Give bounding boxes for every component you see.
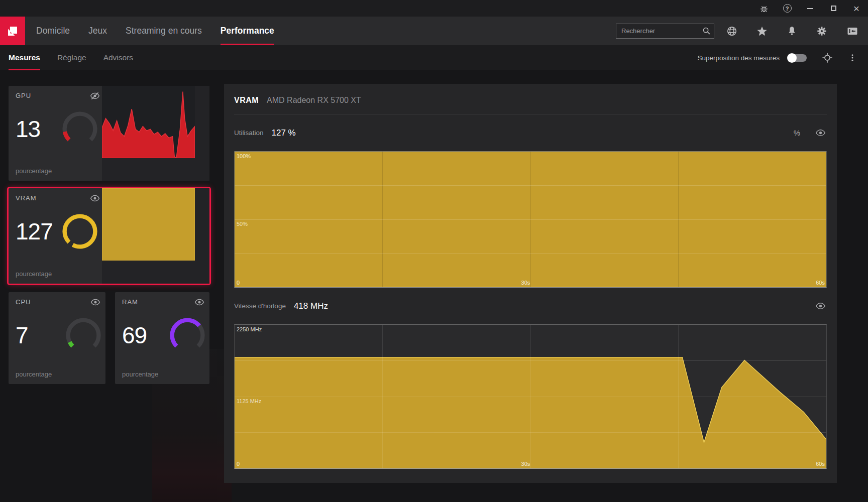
nav-item-streaming[interactable]: Streaming en cours [126,17,202,45]
close-icon: × [853,3,859,14]
cpu-value: 7 [16,324,28,347]
close-button[interactable]: × [845,0,868,17]
globe-icon[interactable] [726,26,737,37]
clock-speed-label: Vitesse d'horloge [234,302,286,310]
gpu-unit-label: pourcentage [16,167,52,175]
device-name: AMD Radeon RX 5700 XT [267,96,361,105]
eye-icon[interactable] [90,193,100,205]
panel-header: VRAM AMD Radeon RX 5700 XT [224,84,837,105]
vram-unit-label: pourcentage [16,270,52,278]
vram-detail-panel: VRAM AMD Radeon RX 5700 XT Utilisation 1… [224,84,837,483]
radeon-software-window: ? × Domicile Jeux Streaming en cours Per… [0,0,868,502]
utilisation-value: 127 % [272,128,296,138]
overlay-toggle[interactable] [788,54,807,62]
eye-icon[interactable] [815,128,826,138]
cpu-unit-label: pourcentage [16,370,52,378]
utilisation-chart: 100% 50% 0 30s 60s [234,151,827,288]
vram-value: 127 [16,220,53,243]
favorites-star-icon[interactable] [756,26,768,37]
crosshair-tracking-icon[interactable] [822,52,833,63]
ram-unit-label: pourcentage [122,370,158,378]
cpu-card-label: CPU [16,298,100,306]
cpu-card-body: CPU 7 pourcentage [9,292,105,384]
device-label: VRAM [234,96,259,105]
maximize-button[interactable] [822,0,845,17]
clock-speed-row-icons [815,301,826,311]
vram-gauge-row: 127 [16,212,99,250]
ram-card-label: RAM [122,298,204,306]
eye-icon[interactable] [194,297,204,309]
metric-card-ram[interactable]: RAM 69 pourcentage [115,292,209,384]
settings-gear-icon[interactable] [816,26,827,37]
nav-items: Domicile Jeux Streaming en cours Perform… [36,17,274,45]
metric-card-gpu[interactable]: GPU 13 pourcentage [9,86,209,181]
clock-speed-chart: 2250 MHz 1125 MHz 0 30s 60s [234,324,827,469]
subnav: Mesures Réglage Advisors Superposition d… [0,45,868,70]
ram-gauge [168,316,206,354]
subnav-tabs: Mesures Réglage Advisors [9,45,133,70]
toggle-knob [787,53,797,63]
eye-icon[interactable] [815,301,826,311]
subnav-right: Superposition des mesures [697,45,857,70]
metric-card-vram[interactable]: VRAM 127 pourcentage [9,188,209,284]
search-box [616,24,714,39]
cpu-gauge [64,316,102,354]
nav-item-jeux[interactable]: Jeux [88,17,107,45]
help-icon[interactable]: ? [776,0,799,17]
nav-item-performance[interactable]: Performance [221,17,274,45]
collapse-panel-icon[interactable] [846,25,858,37]
vram-card-label: VRAM [16,194,97,202]
ram-gauge-row: 69 [122,316,206,354]
gpu-gauge-row: 13 [16,110,99,148]
percent-unit-icon[interactable]: % [794,129,800,137]
cpu-gauge-row: 7 [16,316,102,354]
overlay-toggle-group: Superposition des mesures [697,54,807,62]
gpu-sparkline-panel [102,86,209,181]
gpu-card-body: GPU 13 pourcentage [9,86,102,181]
nav-icons [726,25,858,37]
gpu-gauge [61,110,99,148]
overlay-toggle-label: Superposition des mesures [697,54,780,62]
maximize-icon [831,6,836,11]
amd-logo[interactable] [0,17,25,45]
search-input[interactable] [616,24,714,39]
utilisation-row: Utilisation 127 % % [224,114,837,151]
vram-card-body: VRAM 127 pourcentage [9,188,102,284]
tab-advisors[interactable]: Advisors [103,45,133,70]
ram-value: 69 [122,324,147,347]
clock-speed-value: 418 MHz [294,301,328,311]
utilisation-row-icons: % [794,128,826,138]
utilisation-area-series [235,152,826,287]
kebab-menu-icon[interactable] [848,53,857,62]
ram-card-body: RAM 69 pourcentage [115,292,209,384]
gpu-sparkline-chart [102,86,195,158]
utilisation-label: Utilisation [234,129,264,137]
eye-off-icon[interactable] [90,91,100,103]
clock-speed-row: Vitesse d'horloge 418 MHz [224,288,837,324]
gpu-card-label: GPU [16,92,97,99]
gpu-value: 13 [16,117,40,141]
eye-icon[interactable] [90,297,100,309]
clock-speed-area-series [235,325,826,468]
notifications-bell-icon[interactable] [787,26,797,36]
nav-item-domicile[interactable]: Domicile [36,17,70,45]
vram-sparkline-panel [102,188,209,284]
minimize-icon [807,8,813,9]
main-navbar: Domicile Jeux Streaming en cours Perform… [0,17,868,45]
debug-icon[interactable] [752,0,776,17]
minimize-button[interactable] [799,0,822,17]
vram-sparkline-chart [102,188,195,261]
vram-gauge [61,212,99,250]
tab-reglage[interactable]: Réglage [57,45,86,70]
tab-mesures[interactable]: Mesures [9,45,40,70]
metric-card-cpu[interactable]: CPU 7 pourcentage [9,292,105,384]
help-glyph: ? [783,4,792,13]
titlebar: ? × [0,0,868,17]
nav-right [616,17,858,45]
search-icon[interactable] [702,27,711,37]
